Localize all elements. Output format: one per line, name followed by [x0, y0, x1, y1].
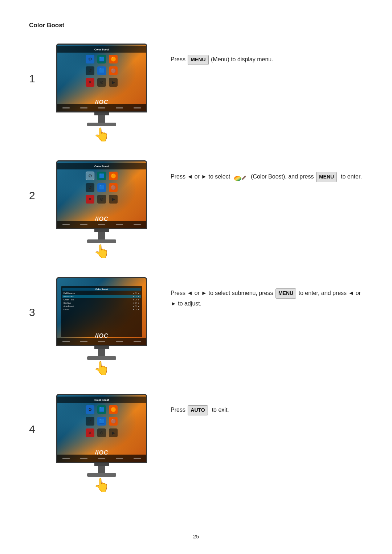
step-1-image: Color Boost ⚙ 🟦 🟠 ↺ 🟦 🟤 ✕ ⊙ ▶ — [51, 44, 152, 142]
monitor-3: Color Boost Full Enhance ● Off ► Nature … — [56, 277, 147, 346]
icon-grid-4: ⚙ 🟦 🟠 ↺ 🟦 🟤 ✕ ⊙ ▶ — [86, 405, 118, 437]
monitor-2-screen: Color Boost ⚙ 🟦 🟠 ↺ 🟦 🟤 ✕ ⊙ ▶ — [57, 161, 146, 228]
submenu-item-3: Green Field ● Off ► — [62, 298, 141, 301]
step-3-row: 3 Color Boost Full Enhance ● Off ► — [29, 277, 363, 376]
stand-top-2 — [94, 229, 109, 232]
monitor-2-wrapper: Color Boost ⚙ 🟦 🟠 ↺ 🟦 🟤 ✕ ⊙ ▶ — [51, 160, 152, 259]
submenu-title: Color Boost — [62, 288, 141, 291]
monitor-1: Color Boost ⚙ 🟦 🟠 ↺ 🟦 🟤 ✕ ⊙ ▶ — [56, 44, 147, 112]
step-2-description: Press ◄ or ► to select — [171, 160, 363, 183]
bottom-bar-3 — [57, 338, 146, 345]
monitor-3-wrapper: Color Boost Full Enhance ● Off ► Nature … — [51, 277, 152, 376]
stand-mid-2 — [98, 232, 105, 239]
monitor-4: Color Boost ⚙ 🟦 🟠 ↺ 🟦 🟤 ✕ ⊙ ▶ — [56, 394, 147, 463]
bottom-bar-1 — [57, 104, 146, 111]
submenu-item-5: Auto Detect ● Off ► — [62, 305, 141, 308]
step-2-row: 2 Color Boost ⚙ 🟦 🟠 ↺ 🟦 — [29, 160, 363, 259]
menu-key-2: MENU — [316, 172, 337, 182]
menu-bar-2: Color Boost — [57, 163, 146, 169]
monitor-4-screen: Color Boost ⚙ 🟦 🟠 ↺ 🟦 🟤 ✕ ⊙ ▶ — [57, 395, 146, 462]
icon-grid-2: ⚙ 🟦 🟠 ↺ 🟦 🟤 ✕ ⊙ ▶ — [86, 172, 118, 204]
hand-icon-2: 👆 — [94, 244, 110, 259]
monitor-1-screen: Color Boost ⚙ 🟦 🟠 ↺ 🟦 🟤 ✕ ⊙ ▶ — [57, 45, 146, 111]
stand-top-1 — [94, 112, 109, 115]
icon-grid-1: ⚙ 🟦 🟠 ↺ 🟦 🟤 ✕ ⊙ ▶ — [86, 55, 118, 87]
auto-key-4: AUTO — [188, 405, 208, 415]
submenu-item-4: Sky-blue ● Off ► — [62, 301, 141, 304]
step-3-number: 3 — [29, 306, 51, 319]
page-number: 25 — [0, 533, 392, 539]
stand-base-1 — [87, 123, 116, 126]
step-2-number: 2 — [29, 189, 51, 202]
submenu-item-2: Nature Skin ● Off ► — [62, 295, 141, 298]
monitor-4-wrapper: Color Boost ⚙ 🟦 🟠 ↺ 🟦 🟤 ✕ ⊙ ▶ — [51, 394, 152, 493]
stand-mid-3 — [98, 349, 105, 356]
monitor-1-wrapper: Color Boost ⚙ 🟦 🟠 ↺ 🟦 🟤 ✕ ⊙ ▶ — [51, 44, 152, 142]
monitor-3-screen: Color Boost Full Enhance ● Off ► Nature … — [57, 278, 146, 345]
page-title: Color Boost — [29, 22, 363, 29]
hand-icon-4: 👆 — [94, 477, 110, 493]
stand-base-2 — [87, 239, 116, 243]
step-4-image: Color Boost ⚙ 🟦 🟠 ↺ 🟦 🟤 ✕ ⊙ ▶ — [51, 394, 152, 493]
page-container: Color Boost 1 Color Boost ⚙ 🟦 🟠 ↺ — [0, 0, 392, 554]
step-4-row: 4 Color Boost ⚙ 🟦 🟠 ↺ 🟦 — [29, 394, 363, 493]
color-boost-icon — [233, 171, 248, 183]
submenu-item-6: Demo ● Off ► — [62, 308, 141, 311]
step-2-image: Color Boost ⚙ 🟦 🟠 ↺ 🟦 🟤 ✕ ⊙ ▶ — [51, 160, 152, 259]
step-3-description: Press ◄ or ► to select submenu, press ME… — [171, 277, 363, 308]
stand-base-4 — [87, 473, 116, 477]
hand-icon-1: 👆 — [94, 127, 110, 142]
monitor-2: Color Boost ⚙ 🟦 🟠 ↺ 🟦 🟤 ✕ ⊙ ▶ — [56, 160, 147, 229]
submenu-item-1: Full Enhance ● Off ► — [62, 292, 141, 295]
bottom-bar-2 — [57, 221, 146, 228]
hand-icon-3: 👆 — [94, 361, 110, 376]
step-4-description: Press AUTO to exit. — [171, 394, 363, 415]
stand-top-4 — [94, 463, 109, 466]
svg-point-2 — [235, 177, 240, 180]
stand-mid-4 — [98, 466, 105, 473]
stand-base-3 — [87, 356, 116, 360]
menu-key-3: MENU — [275, 288, 296, 299]
stand-top-3 — [94, 346, 109, 349]
menu-bar-1: Color Boost — [57, 46, 146, 53]
step-1-row: 1 Color Boost ⚙ 🟦 🟠 ↺ 🟦 — [29, 44, 363, 142]
step-1-number: 1 — [29, 73, 51, 85]
step-4-number: 4 — [29, 423, 51, 435]
submenu-overlay: Color Boost Full Enhance ● Off ► Nature … — [61, 286, 142, 337]
menu-bar-4: Color Boost — [57, 397, 146, 403]
menu-key-1: MENU — [188, 55, 208, 65]
step-3-image: Color Boost Full Enhance ● Off ► Nature … — [51, 277, 152, 376]
stand-mid-1 — [98, 115, 105, 123]
step-1-description: Press MENU (Menu) to display menu. — [171, 44, 363, 65]
svg-rect-0 — [241, 176, 246, 180]
bottom-bar-4 — [57, 455, 146, 462]
